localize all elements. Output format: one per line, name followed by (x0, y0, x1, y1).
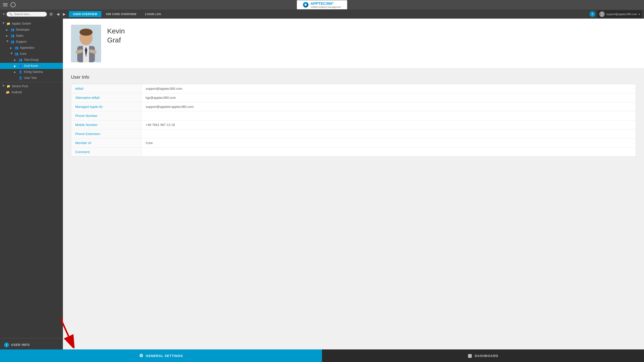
sidebar-item-sales[interactable]: ▶ 👥 Sales (0, 33, 63, 39)
tab-login-log[interactable]: LOGIN LOG (141, 11, 165, 17)
user-email-label: support@apptec360.com (606, 13, 637, 16)
nav-dropdown-arrow[interactable]: ▾ (2, 11, 6, 17)
group-icon: 👥 (11, 34, 14, 37)
circle-icon (11, 2, 16, 7)
field-label-alt-email: Alternative eMail: (71, 93, 142, 102)
main-layout: ▶ 📁 Apptec GmbH ▶ 👥 Developer ▶ 👥 Sales … (0, 19, 644, 349)
expand-arrow: ▶ (6, 28, 9, 31)
top-header: APPTEC360° Unified Endpoint Management (0, 0, 644, 10)
sidebar-item-label: Apptec GmbH (12, 22, 31, 25)
content-area: Kevin Graf User Info eMail: support@appt… (63, 19, 644, 349)
table-row: Comment: (71, 148, 636, 157)
general-settings-button[interactable]: ⚙ GENERAL SETTINGS (0, 349, 322, 362)
sidebar-item-developer[interactable]: ▶ 👥 Developer (0, 27, 63, 33)
table-row: Phone Extension: (71, 129, 636, 139)
tab-user-overview[interactable]: USER OVERVIEW (69, 11, 101, 17)
group-icon: 👥 (15, 46, 18, 50)
sidebar-section-label: USER INFO (11, 343, 30, 347)
user-avatar-small (599, 11, 605, 17)
table-row: eMail: support@apptec360.com (71, 84, 636, 93)
field-value-comment (142, 148, 636, 157)
person-icon: 👤 (19, 76, 22, 80)
sidebar-item-label: König Sabrina (24, 70, 43, 74)
user-avatar-large (71, 25, 101, 62)
dashboard-button[interactable]: ▦ DASHBOARD (322, 349, 644, 362)
sidebar-item-label: Sales (16, 34, 23, 37)
sidebar-user-info-section: i USER INFO (0, 339, 63, 349)
field-value-email: support@apptec360.com (142, 84, 636, 93)
logo-text: APPTEC360° Unified Endpoint Management (310, 1, 341, 8)
sidebar-item-apprentice[interactable]: ▶ 👥 Apprentice (0, 45, 63, 51)
user-info-title: User Info (71, 75, 636, 80)
user-badge[interactable]: support@apptec360.com ▾ (597, 10, 642, 18)
field-value-mobile: +49 7641 967 13 18 (142, 120, 636, 129)
back-arrow[interactable]: ◀ (55, 12, 61, 17)
field-value-extension (142, 129, 636, 139)
expand-arrow: ▶ (14, 65, 17, 67)
sidebar-item-support[interactable]: ▶ 👥 Support (0, 39, 63, 45)
sidebar-item-graf-kevin[interactable]: ▶ 👤 Graf Kevin (0, 63, 63, 69)
group-icon: 👥 (11, 28, 14, 31)
folder-icon: 📂 (6, 90, 10, 94)
table-row: Member of: Core (71, 139, 636, 148)
sidebar-item-user-test[interactable]: 👤 User Test (0, 75, 63, 81)
group-icon: 👥 (15, 52, 18, 56)
forward-arrow[interactable]: ▶ (62, 12, 67, 17)
sidebar-divider-2 (0, 338, 63, 338)
dashboard-icon: ▦ (468, 353, 472, 358)
sidebar-item-label: Graf Kevin (24, 64, 38, 68)
search-icon: 🔍 (9, 13, 13, 16)
sidebar-item-label: Core (20, 52, 26, 56)
expand-arrow: ▶ (10, 47, 13, 49)
sidebar-item-label: Test Group (24, 58, 39, 62)
group-icon: 👥 (11, 40, 14, 43)
field-label-email: eMail: (71, 84, 142, 93)
sidebar-item-label: Apprentice (20, 46, 34, 50)
sidebar-item-label: Developer (16, 28, 30, 31)
field-label-phone: Phone Number: (71, 111, 142, 120)
sidebar-item-device-pool[interactable]: ▶ 📁 Device Pool (0, 83, 63, 89)
logo-area: APPTEC360° Unified Endpoint Management (297, 0, 347, 9)
user-info-section: User Info eMail: support@apptec360.com A… (63, 69, 644, 163)
sidebar-item-test-group[interactable]: ▶ 👥 Test Group (0, 57, 63, 63)
expand-arrow: ▶ (14, 71, 17, 73)
user-dropdown-arrow[interactable]: ▾ (639, 13, 640, 16)
gear-button[interactable]: ⚙ (48, 11, 54, 18)
expand-arrow: ▶ (6, 40, 9, 43)
nav-right: ! support@apptec360.com ▾ (590, 10, 642, 18)
search-input[interactable] (14, 13, 44, 16)
field-value-alt-email: kgr@apptec360.com (142, 93, 636, 102)
hamburger-menu[interactable] (3, 3, 8, 6)
logo-sub: Unified Endpoint Management (310, 6, 341, 8)
group-icon: 👥 (19, 58, 22, 62)
tab-sim-card-overview[interactable]: SIM CARD OVERVIEW (102, 11, 141, 17)
sidebar-item-label: Support (16, 40, 26, 43)
sidebar-item-core[interactable]: ▶ 👥 Core (0, 51, 63, 57)
field-label-extension: Phone Extension: (71, 129, 142, 139)
table-row: Phone Number: (71, 111, 636, 120)
info-icon: i (4, 342, 9, 347)
svg-point-0 (601, 12, 603, 15)
dashboard-label: DASHBOARD (475, 354, 498, 358)
table-row: Mobile Number: +49 7641 967 13 18 (71, 120, 636, 129)
user-first-name: Kevin (107, 27, 125, 36)
sidebar-divider (0, 82, 63, 82)
field-value-phone (142, 111, 636, 120)
svg-point-5 (79, 29, 93, 36)
sidebar-item-android[interactable]: 📂 Android (0, 89, 63, 95)
sidebar-item-apptec-gmbh[interactable]: ▶ 📁 Apptec GmbH (0, 21, 63, 27)
sidebar-item-konig-sabrina[interactable]: ▶ 👤 König Sabrina (0, 69, 63, 75)
field-label-apple-id: Managed Apple-ID: (71, 102, 142, 111)
table-row: Managed Apple-ID: support@appleid.apptec… (71, 102, 636, 111)
logo-brand: APPTEC360° (310, 1, 334, 6)
nav-bar: ▾ 🔍 ⚙ ◀ ▶ USER OVERVIEW SIM CARD OVERVIE… (0, 10, 644, 19)
logo-icon (303, 2, 308, 8)
expand-arrow: ▶ (2, 85, 5, 88)
svg-point-1 (600, 15, 604, 17)
folder-icon: 📁 (7, 84, 10, 88)
folder-icon: 📁 (7, 22, 10, 25)
nav-tabs: USER OVERVIEW SIM CARD OVERVIEW LOGIN LO… (69, 11, 165, 17)
table-row: Alternative eMail: kgr@apptec360.com (71, 93, 636, 102)
person-icon: 👤 (19, 64, 22, 68)
alert-icon[interactable]: ! (590, 11, 595, 17)
